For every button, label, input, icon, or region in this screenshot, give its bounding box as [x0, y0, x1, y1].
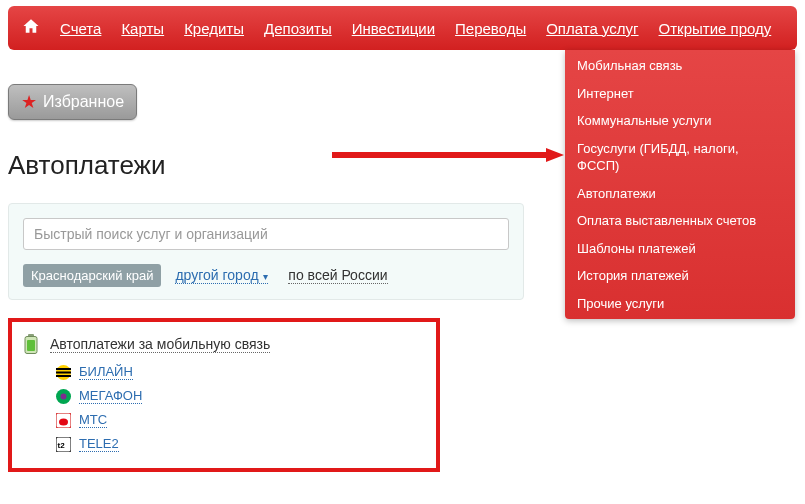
nav-open-prod[interactable]: Открытие проду [659, 20, 772, 37]
svg-point-9 [59, 418, 68, 425]
providers-panel: Автоплатежи за мобильную связь БИЛАЙН МЕ… [8, 318, 440, 472]
dd-item-history[interactable]: История платежей [565, 262, 795, 290]
region-row: Краснодарский край другой город ▾ по все… [23, 264, 509, 287]
dd-item-gosuslugi[interactable]: Госуслуги (ГИБДД, налоги, ФССП) [565, 135, 795, 180]
provider-group-title[interactable]: Автоплатежи за мобильную связь [50, 336, 270, 353]
favorites-label: Избранное [43, 93, 124, 111]
all-russia-link[interactable]: по всей России [288, 267, 387, 284]
nav-credits[interactable]: Кредиты [184, 20, 244, 37]
home-icon[interactable] [22, 17, 40, 40]
tele2-icon: t2 [56, 437, 71, 452]
provider-link[interactable]: TELE2 [79, 436, 119, 452]
provider-item-tele2: t2 TELE2 [56, 436, 424, 452]
nav-deposits[interactable]: Депозиты [264, 20, 332, 37]
provider-link[interactable]: БИЛАЙН [79, 364, 133, 380]
provider-list: БИЛАЙН МЕГАФОН МТС [24, 364, 424, 452]
dd-item-internet[interactable]: Интернет [565, 80, 795, 108]
search-input[interactable] [23, 218, 509, 250]
top-nav: Счета Карты Кредиты Депозиты Инвестиции … [8, 6, 797, 50]
svg-text:t2: t2 [58, 441, 66, 450]
chevron-down-icon: ▾ [261, 271, 269, 282]
dd-item-other[interactable]: Прочие услуги [565, 290, 795, 318]
nav-pay[interactable]: Оплата услуг [546, 20, 638, 37]
dd-item-utilities[interactable]: Коммунальные услуги [565, 107, 795, 135]
battery-icon [24, 334, 40, 354]
dd-item-bills[interactable]: Оплата выставленных счетов [565, 207, 795, 235]
provider-link[interactable]: МТС [79, 412, 107, 428]
dd-item-autopay[interactable]: Автоплатежи [565, 180, 795, 208]
svg-point-7 [61, 393, 67, 399]
nav-transfers[interactable]: Переводы [455, 20, 526, 37]
svg-rect-4 [27, 340, 35, 351]
favorites-button[interactable]: ★ Избранное [8, 84, 137, 120]
star-icon: ★ [21, 91, 37, 113]
mts-icon [56, 413, 71, 428]
pay-services-dropdown: Мобильная связь Интернет Коммунальные ус… [565, 50, 795, 319]
megafon-icon [56, 389, 71, 404]
nav-accounts[interactable]: Счета [60, 20, 101, 37]
provider-group-head: Автоплатежи за мобильную связь [24, 334, 424, 354]
another-city-link[interactable]: другой город ▾ [175, 267, 268, 284]
nav-cards[interactable]: Карты [121, 20, 164, 37]
another-city-label: другой город [175, 267, 258, 283]
provider-item-beeline: БИЛАЙН [56, 364, 424, 380]
dd-item-mobile[interactable]: Мобильная связь [565, 52, 795, 80]
provider-item-megafon: МЕГАФОН [56, 388, 424, 404]
beeline-icon [56, 365, 71, 380]
nav-invest[interactable]: Инвестиции [352, 20, 435, 37]
dd-item-templates[interactable]: Шаблоны платежей [565, 235, 795, 263]
provider-link[interactable]: МЕГАФОН [79, 388, 142, 404]
region-badge: Краснодарский край [23, 264, 161, 287]
filter-block: Краснодарский край другой город ▾ по все… [8, 203, 524, 300]
provider-item-mts: МТС [56, 412, 424, 428]
